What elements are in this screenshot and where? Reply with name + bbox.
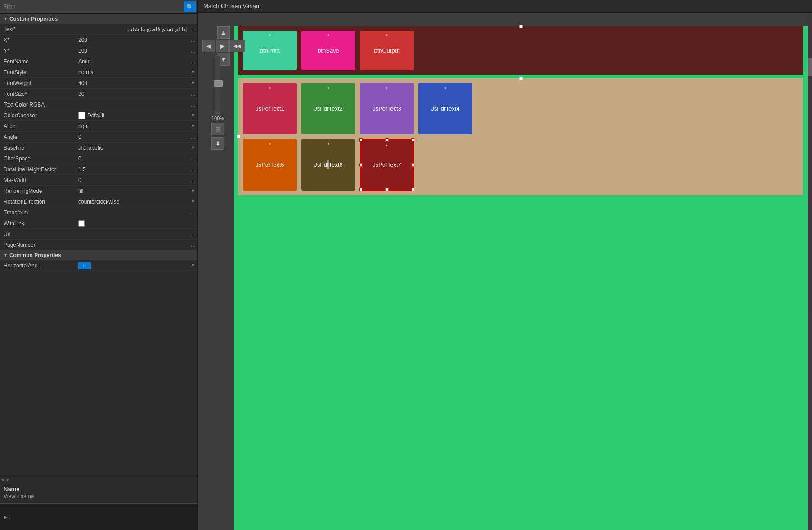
bottom-section: JsPdfText1 JsPdfText2 JsPdfText3 JsPdfTe… [238, 78, 803, 195]
prop-dropdown-baseline[interactable]: ▼ [188, 143, 197, 152]
handle-rc [411, 163, 414, 166]
prop-row-x: X* 200 … [0, 35, 197, 45]
prop-btn-fontname[interactable]: … [188, 57, 197, 66]
prop-value-baseline: alphabetic [76, 143, 188, 152]
prop-label-horizontalanchor: HorizontalAnc... [0, 261, 76, 270]
name-label: Name [4, 485, 194, 492]
prop-btn-textcolor[interactable]: … [188, 100, 197, 109]
prop-btn-x[interactable]: … [188, 36, 197, 45]
prop-value-x: 200 [76, 36, 188, 45]
prop-dropdown-horizontalanchor[interactable]: ▼ [188, 261, 197, 270]
prop-label-fontname: FontName [0, 57, 76, 66]
zoom-controls: 100% ⊞ ⬇ [211, 55, 224, 150]
color-swatch [78, 112, 85, 119]
nav-collapse-button[interactable]: ◀◀ [229, 40, 245, 52]
prop-dropdown-fontstyle[interactable]: ▼ [188, 68, 197, 77]
bottom-section-handle-top [519, 77, 522, 80]
zoom-export-button[interactable]: ⬇ [211, 137, 224, 150]
btn-save[interactable]: btnSave [301, 31, 355, 70]
prop-row-maxwidth: MaxWidth 0 … [0, 175, 197, 186]
prop-row-charspace: CharSpace 0 … [0, 153, 197, 164]
prop-btn-text[interactable]: … [188, 25, 197, 34]
prop-row-pagenumber: PageNumber … [0, 240, 197, 250]
prop-btn-transform[interactable]: … [188, 208, 197, 217]
handle-tc [386, 138, 389, 142]
pdf-text-6[interactable]: JsPdfText6 [301, 139, 355, 191]
prop-value-textcolor [76, 103, 188, 106]
pdf-text-1[interactable]: JsPdfText1 [243, 83, 297, 134]
prop-label-text: Text* [0, 25, 76, 34]
triangle-icon-common: ▼ [4, 253, 8, 258]
prop-value-datalineheight: 1.5 [76, 165, 188, 174]
zoom-fit-button[interactable]: ⊞ [211, 123, 224, 135]
prop-label-angle: Angle [0, 133, 76, 142]
prop-dropdown-colorchooser[interactable]: ▼ [188, 111, 197, 120]
prop-label-maxwidth: MaxWidth [0, 176, 76, 185]
prop-label-fontstyle: FontStyle [0, 68, 76, 77]
prop-btn-y[interactable]: … [188, 46, 197, 55]
prop-value-fontname: Amiri [76, 57, 188, 66]
prop-row-fontstyle: FontStyle normal ▼ [0, 67, 197, 78]
prop-label-colorchooser: ColorChooser [0, 111, 76, 120]
prop-btn-pagenumber[interactable]: … [188, 241, 197, 249]
pdf-text-2[interactable]: JsPdfText2 [301, 83, 355, 134]
prop-value-charspace: 0 [76, 154, 188, 163]
prop-label-pagenumber: PageNumber [0, 241, 76, 249]
nav-row-middle: ◀ ▶ ◀◀ [202, 40, 245, 52]
btn-print[interactable]: btnPrint [243, 31, 297, 70]
filter-input[interactable] [2, 3, 184, 11]
prop-checkbox-withlink[interactable] [78, 220, 85, 227]
prop-value-withlink [86, 222, 197, 225]
pdf-text-3[interactable]: JsPdfText3 [360, 83, 414, 134]
prop-dropdown-fontweight[interactable]: ▼ [188, 79, 197, 88]
scroll-arrows: ◄ ► [0, 477, 10, 482]
prop-row-horizontalanchor: HorizontalAnc... ← ▼ [0, 260, 197, 271]
handle-tr [411, 138, 414, 142]
triangle-icon: ▼ [4, 17, 8, 21]
pdf-text-4[interactable]: JsPdfText4 [418, 83, 472, 134]
prop-value-rotationdirection: counterclockwise [76, 197, 188, 206]
prop-btn-maxwidth[interactable]: … [188, 176, 197, 185]
pdf-text-5[interactable]: JsPdfText5 [243, 139, 297, 191]
prop-label-align: Align [0, 122, 76, 131]
filter-bar: 🔍 [0, 0, 197, 14]
common-properties-header[interactable]: ▼ Common Properties [0, 250, 197, 260]
nav-left-button[interactable]: ◀ [202, 40, 215, 52]
pdf-text-7[interactable]: JsPdfText7 [360, 139, 414, 191]
btn-output[interactable]: btnOutput [360, 31, 414, 70]
prop-dropdown-rotationdirection[interactable]: ▼ [188, 197, 197, 206]
prop-value-horizontalanchor: ← [76, 261, 188, 270]
prop-btn-datalineheight[interactable]: … [188, 165, 197, 174]
prop-btn-angle[interactable]: … [188, 133, 197, 142]
prop-row-rotationdirection: RotationDirection counterclockwise ▼ [0, 196, 197, 207]
prop-label-url: Url [0, 230, 76, 239]
prop-dropdown-align[interactable]: ▼ [188, 122, 197, 131]
left-panel: 🔍 ▼ Custom Properties Text* إذا لم تستج … [0, 0, 198, 530]
prop-row-transform: Transform … [0, 207, 197, 218]
prop-label-renderingmode: RenderingMode [0, 187, 76, 196]
properties-scroll: ▼ Custom Properties Text* إذا لم تستج فا… [0, 14, 197, 477]
prop-dropdown-renderingmode[interactable]: ▼ [188, 187, 197, 196]
prop-value-pagenumber [76, 244, 188, 246]
zoom-slider-thumb[interactable] [214, 80, 223, 87]
prop-btn-url[interactable]: … [188, 230, 197, 239]
zoom-label: 100% [211, 116, 224, 121]
prop-label-rotationdirection: RotationDirection [0, 197, 76, 206]
handle-bc [386, 188, 389, 191]
nav-right-button[interactable]: ▶ [216, 40, 229, 52]
filter-search-button[interactable]: 🔍 [184, 1, 196, 12]
prop-btn-fontsize[interactable]: … [188, 89, 197, 98]
canvas-content: btnPrint btnSave btnOutput [234, 22, 808, 526]
name-value: View's name [4, 493, 194, 499]
btn-output-label: btnOutput [374, 47, 399, 54]
top-section: btnPrint btnSave btnOutput [238, 26, 803, 75]
prop-value-maxwidth: 0 [76, 176, 188, 185]
pdf-text-5-label: JsPdfText5 [256, 161, 284, 168]
right-panel: Match Chosen Variant ▲ ◀ ▶ ◀◀ ▼ 100% ⊞ ⬇ [198, 0, 812, 530]
prop-btn-charspace[interactable]: … [188, 154, 197, 163]
nav-up-button[interactable]: ▲ [217, 26, 230, 39]
prop-value-fontsize: 30 [76, 89, 188, 98]
prop-label-withlink: WithLink [0, 219, 76, 228]
custom-properties-header[interactable]: ▼ Custom Properties [0, 14, 197, 24]
prop-value-blue-anchor: ← [78, 262, 91, 269]
